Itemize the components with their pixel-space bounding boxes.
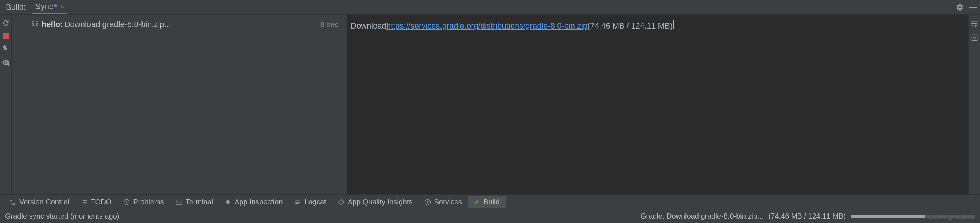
console-prefix: Download — [351, 21, 387, 31]
tool-label: Version Control — [19, 198, 69, 206]
build-tree-panel: hello: Download gradle-8.0-bin.zip... 8 … — [12, 14, 347, 194]
tool-services[interactable]: Services — [418, 196, 468, 209]
tool-label: Logcat — [304, 198, 326, 206]
tool-label: Services — [434, 198, 462, 206]
tool-terminal[interactable]: Terminal — [170, 196, 219, 209]
play-icon — [425, 199, 431, 205]
tool-label: TODO — [91, 198, 111, 206]
text-cursor — [673, 20, 674, 29]
status-message: Gradle sync started (moments ago) — [5, 212, 119, 220]
bottom-tool-window-bar: Version Control TODO Problems Terminal A… — [0, 194, 980, 209]
tab-sync[interactable]: Sync × — [32, 0, 67, 14]
bug-icon — [224, 199, 231, 205]
tab-label: Sync — [35, 2, 53, 11]
tool-build[interactable]: Build — [468, 196, 505, 209]
tool-label: Problems — [133, 198, 164, 206]
tool-app-inspection[interactable]: App Inspection — [219, 196, 288, 209]
pin-icon[interactable] — [2, 45, 10, 53]
tool-todo[interactable]: TODO — [75, 196, 118, 209]
console-output[interactable]: Download https://services.gradle.org/dis… — [347, 14, 968, 194]
logcat-icon — [294, 199, 301, 205]
background-task-label[interactable]: Gradle: Download gradle-8.0-bin.zip... — [641, 212, 764, 220]
status-bar: Gradle sync started (moments ago) Gradle… — [0, 209, 980, 223]
tool-logcat[interactable]: Logcat — [289, 196, 332, 209]
minimize-icon[interactable] — [969, 6, 977, 8]
watermark: CSDN @bug193 — [928, 213, 974, 221]
svg-rect-0 — [969, 6, 977, 8]
console-progress: (74.46 MB / 124.11 MB) — [587, 21, 673, 31]
close-icon[interactable]: × — [60, 3, 64, 10]
eye-icon[interactable]: + — [2, 58, 10, 67]
right-tool-strip — [968, 14, 980, 194]
tool-problems[interactable]: Problems — [118, 196, 170, 209]
tool-app-quality[interactable]: App Quality Insights — [332, 196, 418, 209]
tool-label: Build — [484, 198, 500, 206]
main-area: + hello: Download gradle-8.0-bin.zip... … — [0, 14, 980, 194]
diamond-icon — [338, 199, 345, 205]
list-icon — [81, 199, 88, 205]
tool-label: App Inspection — [234, 198, 283, 206]
build-panel-header: Build: Sync × — [0, 0, 980, 14]
background-task-progress-text: (74.46 MB / 124.11 MB) — [768, 212, 846, 220]
scroll-to-end-icon[interactable] — [970, 34, 978, 42]
build-task-row[interactable]: hello: Download gradle-8.0-bin.zip... 8 … — [15, 20, 343, 29]
left-tool-strip: + — [0, 14, 12, 194]
tool-version-control[interactable]: Version Control — [4, 196, 75, 209]
loading-indicator-icon — [54, 5, 57, 7]
branch-icon — [10, 199, 16, 205]
task-name: hello: — [41, 20, 63, 29]
stop-icon[interactable] — [3, 33, 9, 39]
tool-label: App Quality Insights — [348, 198, 413, 206]
download-url-link[interactable]: https://services.gradle.org/distribution… — [387, 21, 588, 31]
svg-text:+: + — [8, 63, 9, 66]
terminal-icon — [176, 199, 182, 205]
spinner-icon — [31, 20, 39, 29]
console-line: Download https://services.gradle.org/dis… — [351, 20, 965, 31]
tool-label: Terminal — [186, 198, 213, 206]
refresh-icon[interactable] — [2, 19, 10, 27]
svg-rect-6 — [176, 200, 181, 204]
soft-wrap-icon[interactable] — [970, 20, 978, 28]
warning-icon — [123, 199, 130, 205]
progress-fill — [851, 215, 925, 218]
panel-title: Build: — [6, 3, 26, 12]
svg-rect-4 — [972, 35, 977, 40]
status-right-group: Gradle: Download gradle-8.0-bin.zip... (… — [641, 212, 975, 220]
gear-icon[interactable] — [956, 3, 964, 11]
elapsed-time: 8 sec — [320, 20, 339, 29]
task-description: Download gradle-8.0-bin.zip... — [65, 20, 171, 29]
hammer-icon — [474, 199, 480, 205]
